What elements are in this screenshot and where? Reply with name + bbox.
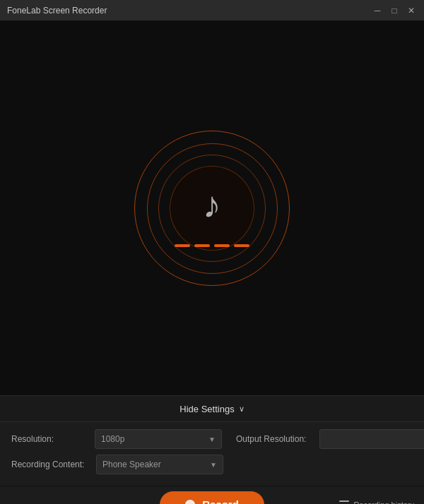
- window-controls: ─ □ ✕: [372, 5, 417, 16]
- chevron-down-icon: ∨: [239, 404, 245, 414]
- bottom-bar: Record Recording history: [0, 486, 424, 504]
- recording-content-label: Recording Content:: [11, 460, 89, 469]
- dash-2: [194, 244, 210, 247]
- close-button[interactable]: ✕: [406, 5, 417, 16]
- maximize-button[interactable]: □: [389, 5, 400, 16]
- settings-bar: Hide Settings ∨: [0, 395, 424, 422]
- output-resolution-select[interactable]: ▼: [319, 429, 424, 449]
- resolution-select[interactable]: 1080p ▼: [95, 429, 222, 449]
- recording-content-value: Phone Speaker: [102, 460, 161, 469]
- hide-settings-button[interactable]: Hide Settings ∨: [179, 404, 244, 414]
- recording-history-label: Recording history: [353, 500, 414, 505]
- dash-1: [175, 244, 190, 247]
- recording-history-button[interactable]: Recording history: [339, 500, 414, 505]
- controls-two-col: Resolution: 1080p ▼ Output Resolution: ▼: [11, 429, 424, 449]
- output-resolution-group: Output Resolution: ▼: [236, 429, 424, 449]
- output-resolution-label: Output Resolution:: [236, 434, 314, 444]
- app-title: FoneLab Screen Recorder: [7, 6, 107, 16]
- resolution-label: Resolution:: [11, 434, 89, 444]
- hide-settings-label: Hide Settings: [179, 404, 234, 414]
- main-canvas: ♪: [0, 21, 424, 395]
- resolution-value: 1080p: [101, 434, 124, 444]
- recording-content-select[interactable]: Phone Speaker ▼: [96, 455, 223, 474]
- dash-3: [214, 244, 230, 247]
- dash-4: [234, 244, 249, 247]
- record-button[interactable]: Record: [160, 491, 264, 505]
- audio-visualization: ♪: [134, 131, 290, 286]
- hamburger-line-1: [339, 500, 349, 502]
- controls-panel: Resolution: 1080p ▼ Output Resolution: ▼…: [0, 422, 424, 486]
- recording-content-row: Recording Content: Phone Speaker ▼: [11, 455, 413, 474]
- resolution-chevron-icon: ▼: [208, 436, 216, 443]
- recording-content-chevron-icon: ▼: [210, 461, 217, 469]
- audio-level-dashes: [175, 244, 249, 247]
- hamburger-icon: [339, 500, 349, 504]
- music-note-icon: ♪: [203, 186, 221, 223]
- record-dot-icon: [185, 500, 195, 505]
- minimize-button[interactable]: ─: [372, 5, 383, 16]
- titlebar: FoneLab Screen Recorder ─ □ ✕: [0, 0, 424, 21]
- resolution-group: Resolution: 1080p ▼: [11, 429, 222, 449]
- resolution-row: Resolution: 1080p ▼ Output Resolution: ▼: [11, 429, 413, 449]
- record-label: Record: [202, 498, 239, 504]
